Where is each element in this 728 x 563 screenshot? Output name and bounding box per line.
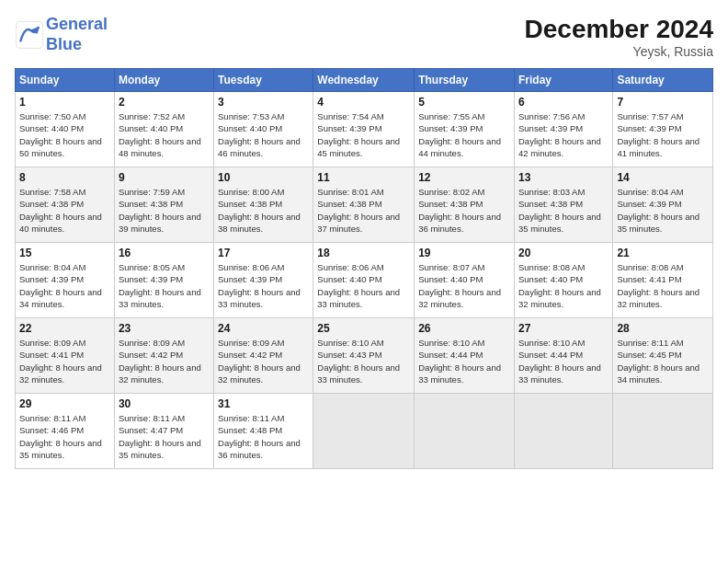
calendar-day-cell: 2 Sunrise: 7:52 AMSunset: 4:40 PMDayligh…: [114, 92, 213, 167]
header-sunday: Sunday: [16, 69, 115, 92]
page-header: General Blue December 2024 Yeysk, Russia: [15, 15, 713, 59]
page-container: General Blue December 2024 Yeysk, Russia…: [0, 0, 728, 563]
header-monday: Monday: [114, 69, 213, 92]
day-detail: Sunrise: 8:11 AMSunset: 4:46 PMDaylight:…: [19, 413, 102, 460]
svg-rect-0: [17, 21, 43, 48]
day-detail: Sunrise: 8:09 AMSunset: 4:42 PMDaylight:…: [119, 338, 201, 385]
day-number: 25: [317, 322, 410, 335]
header-wednesday: Wednesday: [313, 69, 415, 92]
month-year: December 2024: [525, 15, 713, 44]
day-detail: Sunrise: 8:06 AMSunset: 4:39 PMDaylight:…: [218, 262, 301, 309]
day-detail: Sunrise: 8:11 AMSunset: 4:48 PMDaylight:…: [218, 413, 301, 460]
calendar-week-row: 22 Sunrise: 8:09 AMSunset: 4:41 PMDaylig…: [16, 318, 713, 394]
day-detail: Sunrise: 8:04 AMSunset: 4:39 PMDaylight:…: [617, 187, 700, 234]
location: Yeysk, Russia: [525, 44, 713, 59]
day-number: 10: [218, 171, 309, 184]
day-detail: Sunrise: 8:02 AMSunset: 4:38 PMDaylight:…: [418, 187, 501, 234]
day-detail: Sunrise: 7:55 AMSunset: 4:39 PMDaylight:…: [418, 111, 501, 158]
calendar-day-cell: 20 Sunrise: 8:08 AMSunset: 4:40 PMDaylig…: [514, 243, 612, 318]
day-detail: Sunrise: 8:01 AMSunset: 4:38 PMDaylight:…: [317, 187, 400, 234]
day-number: 30: [119, 397, 210, 410]
calendar-day-cell: [514, 394, 612, 469]
calendar-day-cell: 23 Sunrise: 8:09 AMSunset: 4:42 PMDaylig…: [114, 318, 213, 394]
calendar-day-cell: 25 Sunrise: 8:10 AMSunset: 4:43 PMDaylig…: [313, 318, 415, 394]
day-number: 3: [218, 96, 309, 109]
calendar-day-cell: 22 Sunrise: 8:09 AMSunset: 4:41 PMDaylig…: [16, 318, 115, 394]
day-detail: Sunrise: 8:11 AMSunset: 4:47 PMDaylight:…: [119, 413, 201, 460]
calendar-day-cell: [415, 394, 515, 469]
day-number: 23: [119, 322, 210, 335]
calendar-week-row: 1 Sunrise: 7:50 AMSunset: 4:40 PMDayligh…: [16, 92, 713, 167]
calendar-day-cell: [313, 394, 415, 469]
logo-icon: [15, 20, 44, 50]
day-detail: Sunrise: 7:52 AMSunset: 4:40 PMDaylight:…: [119, 111, 201, 158]
calendar-day-cell: 13 Sunrise: 8:03 AMSunset: 4:38 PMDaylig…: [514, 167, 612, 243]
calendar-day-cell: 6 Sunrise: 7:56 AMSunset: 4:39 PMDayligh…: [514, 92, 612, 167]
calendar-table: Sunday Monday Tuesday Wednesday Thursday…: [15, 68, 713, 469]
logo: General Blue: [15, 15, 108, 54]
calendar-day-cell: 21 Sunrise: 8:08 AMSunset: 4:41 PMDaylig…: [613, 243, 713, 318]
weekday-header-row: Sunday Monday Tuesday Wednesday Thursday…: [16, 69, 713, 92]
calendar-week-row: 15 Sunrise: 8:04 AMSunset: 4:39 PMDaylig…: [16, 243, 713, 318]
day-number: 7: [617, 96, 709, 109]
calendar-day-cell: 18 Sunrise: 8:06 AMSunset: 4:40 PMDaylig…: [313, 243, 415, 318]
calendar-day-cell: 15 Sunrise: 8:04 AMSunset: 4:39 PMDaylig…: [16, 243, 115, 318]
calendar-day-cell: 7 Sunrise: 7:57 AMSunset: 4:39 PMDayligh…: [613, 92, 713, 167]
day-detail: Sunrise: 8:10 AMSunset: 4:44 PMDaylight:…: [418, 338, 501, 385]
day-number: 6: [518, 96, 609, 109]
day-detail: Sunrise: 7:56 AMSunset: 4:39 PMDaylight:…: [518, 111, 601, 158]
day-detail: Sunrise: 8:04 AMSunset: 4:39 PMDaylight:…: [19, 262, 102, 309]
calendar-day-cell: 14 Sunrise: 8:04 AMSunset: 4:39 PMDaylig…: [613, 167, 713, 243]
calendar-day-cell: 1 Sunrise: 7:50 AMSunset: 4:40 PMDayligh…: [16, 92, 115, 167]
day-number: 4: [317, 96, 410, 109]
day-number: 13: [518, 171, 609, 184]
calendar-day-cell: 24 Sunrise: 8:09 AMSunset: 4:42 PMDaylig…: [214, 318, 313, 394]
day-detail: Sunrise: 7:54 AMSunset: 4:39 PMDaylight:…: [317, 111, 400, 158]
day-detail: Sunrise: 8:03 AMSunset: 4:38 PMDaylight:…: [518, 187, 601, 234]
day-detail: Sunrise: 8:10 AMSunset: 4:43 PMDaylight:…: [317, 338, 400, 385]
day-detail: Sunrise: 8:10 AMSunset: 4:44 PMDaylight:…: [518, 338, 601, 385]
calendar-day-cell: 11 Sunrise: 8:01 AMSunset: 4:38 PMDaylig…: [313, 167, 415, 243]
calendar-day-cell: 28 Sunrise: 8:11 AMSunset: 4:45 PMDaylig…: [613, 318, 713, 394]
calendar-day-cell: 4 Sunrise: 7:54 AMSunset: 4:39 PMDayligh…: [313, 92, 415, 167]
day-detail: Sunrise: 7:57 AMSunset: 4:39 PMDaylight:…: [617, 111, 700, 158]
calendar-week-row: 8 Sunrise: 7:58 AMSunset: 4:38 PMDayligh…: [16, 167, 713, 243]
day-number: 15: [19, 247, 110, 259]
header-tuesday: Tuesday: [214, 69, 313, 92]
day-number: 28: [617, 322, 709, 335]
calendar-day-cell: 3 Sunrise: 7:53 AMSunset: 4:40 PMDayligh…: [214, 92, 313, 167]
logo-line2: Blue: [46, 35, 82, 53]
calendar-day-cell: 12 Sunrise: 8:02 AMSunset: 4:38 PMDaylig…: [415, 167, 515, 243]
day-detail: Sunrise: 7:58 AMSunset: 4:38 PMDaylight:…: [19, 187, 102, 234]
day-number: 1: [19, 96, 110, 109]
calendar-day-cell: 30 Sunrise: 8:11 AMSunset: 4:47 PMDaylig…: [114, 394, 213, 469]
calendar-day-cell: 16 Sunrise: 8:05 AMSunset: 4:39 PMDaylig…: [114, 243, 213, 318]
calendar-day-cell: 27 Sunrise: 8:10 AMSunset: 4:44 PMDaylig…: [514, 318, 612, 394]
day-number: 18: [317, 247, 410, 259]
day-detail: Sunrise: 8:00 AMSunset: 4:38 PMDaylight:…: [218, 187, 301, 234]
day-number: 31: [218, 397, 309, 410]
calendar-day-cell: 29 Sunrise: 8:11 AMSunset: 4:46 PMDaylig…: [16, 394, 115, 469]
title-block: December 2024 Yeysk, Russia: [525, 15, 713, 59]
day-number: 12: [418, 171, 510, 184]
day-number: 26: [418, 322, 510, 335]
header-thursday: Thursday: [415, 69, 515, 92]
day-number: 19: [418, 247, 510, 259]
day-detail: Sunrise: 8:09 AMSunset: 4:42 PMDaylight:…: [218, 338, 301, 385]
day-number: 2: [119, 96, 210, 109]
calendar-day-cell: 31 Sunrise: 8:11 AMSunset: 4:48 PMDaylig…: [214, 394, 313, 469]
calendar-day-cell: 17 Sunrise: 8:06 AMSunset: 4:39 PMDaylig…: [214, 243, 313, 318]
calendar-day-cell: 8 Sunrise: 7:58 AMSunset: 4:38 PMDayligh…: [16, 167, 115, 243]
day-detail: Sunrise: 8:07 AMSunset: 4:40 PMDaylight:…: [418, 262, 501, 309]
day-detail: Sunrise: 7:50 AMSunset: 4:40 PMDaylight:…: [19, 111, 102, 158]
calendar-day-cell: 5 Sunrise: 7:55 AMSunset: 4:39 PMDayligh…: [415, 92, 515, 167]
calendar-day-cell: [613, 394, 713, 469]
day-number: 29: [19, 397, 110, 410]
day-detail: Sunrise: 8:08 AMSunset: 4:40 PMDaylight:…: [518, 262, 601, 309]
day-number: 5: [418, 96, 510, 109]
calendar-week-row: 29 Sunrise: 8:11 AMSunset: 4:46 PMDaylig…: [16, 394, 713, 469]
day-detail: Sunrise: 8:11 AMSunset: 4:45 PMDaylight:…: [617, 338, 700, 385]
day-detail: Sunrise: 8:06 AMSunset: 4:40 PMDaylight:…: [317, 262, 400, 309]
calendar-day-cell: 9 Sunrise: 7:59 AMSunset: 4:38 PMDayligh…: [114, 167, 213, 243]
day-number: 9: [119, 171, 210, 184]
